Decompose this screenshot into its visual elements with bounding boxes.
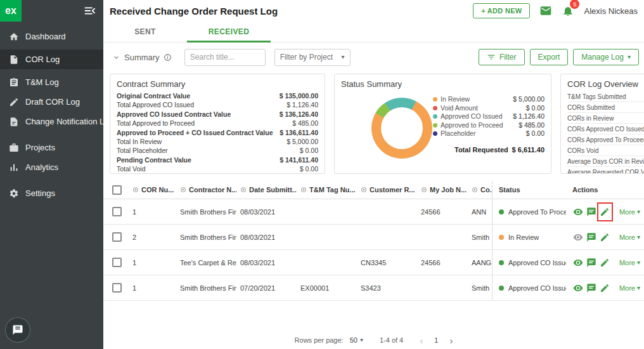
table-row[interactable]: 1 Smith Brothers Fire ... 08/03/2021 245…	[103, 199, 644, 225]
search-input[interactable]	[184, 49, 266, 66]
column-header-customer-ref[interactable]: Customer R...	[357, 181, 417, 199]
sidebar: ex Dashboard COR Log T&M Log Draft COR L…	[0, 0, 103, 349]
status-cell: Approved CO Issued	[492, 250, 566, 275]
tm-tag-cell	[297, 250, 357, 275]
panel-title: Status Summary	[341, 79, 544, 89]
sidebar-item-analytics[interactable]: Analytics	[0, 157, 103, 177]
view-button[interactable]	[572, 205, 583, 219]
more-button[interactable]: More▾	[615, 284, 644, 293]
notifications-button[interactable]: 5	[562, 4, 574, 17]
sidebar-item-draft-cor-log[interactable]: Draft COR Log	[0, 92, 103, 112]
table-row[interactable]: 1 Smith Brothers Fire ... 07/20/2021 EX0…	[103, 275, 644, 301]
tab-sent[interactable]: SENT	[103, 22, 187, 42]
manage-log-button[interactable]: Manage Log ▾	[573, 49, 639, 65]
sidebar-item-change-notification-log[interactable]: Change Notification Log	[0, 112, 103, 131]
column-header-actions: Actions	[566, 181, 644, 199]
messages-button[interactable]	[539, 4, 552, 17]
view-button[interactable]	[572, 281, 583, 295]
chat-launcher-button[interactable]	[5, 317, 30, 343]
tab-bar: SENT RECEIVED	[103, 22, 644, 43]
summary-panels: Contract Summary Original Contract Value…	[110, 74, 644, 174]
top-bar: Received Change Order Request Log + ADD …	[103, 0, 644, 22]
legend-item: In Review$ 5,000.00	[433, 95, 544, 104]
row-checkbox[interactable]	[112, 283, 122, 293]
comment-button[interactable]	[586, 230, 596, 244]
status-cell: Approved To Proceed	[492, 199, 566, 224]
view-button[interactable]	[572, 256, 583, 270]
total-requested-label: Total Requested	[454, 146, 508, 154]
table-row[interactable]: 2 Smith Brothers Fire ... 08/03/2021 Smi…	[103, 225, 644, 250]
contract-summary-panel: Contract Summary Original Contract Value…	[110, 74, 325, 174]
more-button[interactable]: More▾	[615, 207, 644, 216]
page-title: Received Change Order Request Log	[110, 6, 278, 16]
sidebar-item-projects[interactable]: Projects	[0, 138, 103, 157]
summary-row-value: $ 136,126.40	[280, 110, 318, 119]
filter-button[interactable]: Filter	[479, 49, 525, 65]
edit-button[interactable]	[600, 281, 610, 295]
comment-button[interactable]	[586, 256, 596, 270]
summary-row-label: Pending Contract Value	[117, 155, 191, 164]
summary-collapse-toggle[interactable]: Summary	[108, 52, 176, 63]
cor-number-cell: 1	[129, 199, 176, 224]
page-number[interactable]: 1	[434, 336, 438, 344]
column-header-status[interactable]: Status	[492, 181, 566, 199]
legend-label: Approved to Proceed	[441, 121, 518, 130]
column-header-co[interactable]: Co...	[468, 181, 492, 199]
summary-row-label: Total Approved to Proceed	[117, 119, 195, 128]
overview-item: CORs Approved To Proceed	[567, 135, 644, 145]
add-new-button[interactable]: + ADD NEW	[473, 3, 530, 18]
summary-row-value: $ 135,000.00	[280, 91, 318, 100]
cor-number-cell: 1	[129, 275, 176, 300]
row-checkbox[interactable]	[112, 232, 122, 242]
column-header-date-submitted[interactable]: Date Submitt...↓	[236, 181, 297, 199]
legend-dot	[433, 123, 437, 128]
sidebar-item-cor-log[interactable]: COR Log	[0, 49, 103, 69]
panel-title: Contract Summary	[117, 79, 318, 89]
comment-button[interactable]	[586, 281, 596, 295]
table-row[interactable]: 1 Tee's Carpet & Resil... 08/03/2021 CN3…	[103, 250, 644, 275]
customer-ref-cell: CN3345	[357, 250, 417, 275]
view-button[interactable]	[572, 230, 583, 244]
column-header-my-job[interactable]: My Job N...	[417, 181, 468, 199]
more-button[interactable]: More▾	[615, 233, 644, 242]
legend-item: Placeholder$ 0.00	[433, 129, 544, 138]
select-all-checkbox[interactable]	[112, 185, 122, 195]
chevron-left-icon[interactable]: ‹	[420, 336, 423, 345]
comment-button[interactable]	[586, 205, 596, 219]
more-button[interactable]: More▾	[615, 258, 644, 267]
project-filter-select[interactable]: Filter by Project ▾	[274, 49, 351, 66]
my-job-cell: 24566	[417, 250, 468, 275]
export-button[interactable]: Export	[530, 49, 569, 65]
row-checkbox[interactable]	[112, 258, 122, 267]
app-logo[interactable]: ex	[0, 0, 22, 22]
sidebar-item-settings[interactable]: Settings	[0, 183, 103, 203]
menu-collapse-icon[interactable]	[83, 4, 97, 18]
column-header-contractor[interactable]: Contractor N...	[176, 181, 236, 199]
eye-icon	[573, 258, 583, 268]
column-header-cor-number[interactable]: COR Nu...	[129, 181, 176, 199]
sidebar-item-dashboard[interactable]: Dashboard	[0, 27, 103, 46]
row-checkbox[interactable]	[112, 207, 122, 216]
rows-per-page-select[interactable]: 50 ▾	[350, 336, 363, 344]
edit-button[interactable]	[600, 256, 610, 270]
rows-per-page-label: Rows per page:	[295, 336, 344, 344]
status-legend: In Review$ 5,000.00 Void Amount$ 0.00 Ap…	[433, 95, 544, 154]
column-header-tm-tag[interactable]: T&M Tag Nu...	[297, 181, 357, 199]
sidebar-item-label: Analytics	[25, 162, 58, 172]
actions-cell: More▾	[566, 275, 644, 300]
status-text: Approved CO Issued	[508, 284, 566, 292]
user-name[interactable]: Alexis Nickeas	[584, 6, 638, 16]
edit-button[interactable]	[600, 205, 610, 219]
pagination-range: 1-4 of 4	[380, 336, 403, 344]
legend-value: $ 0.00	[526, 129, 544, 138]
legend-value: $ 485.00	[518, 121, 544, 130]
tab-received[interactable]: RECEIVED	[187, 22, 271, 42]
sidebar-item-tm-log[interactable]: T&M Log	[0, 72, 103, 92]
edit-button[interactable]	[600, 230, 610, 244]
customer-ref-cell	[357, 225, 417, 249]
chevron-right-icon[interactable]: ›	[449, 336, 453, 345]
cor-log-overview-panel: COR Log Overview T&M Tags Submitted CORs…	[560, 74, 644, 174]
legend-label: Void Amount	[441, 104, 526, 113]
legend-value: $ 5,000.00	[513, 95, 544, 104]
legend-dot	[433, 106, 437, 110]
